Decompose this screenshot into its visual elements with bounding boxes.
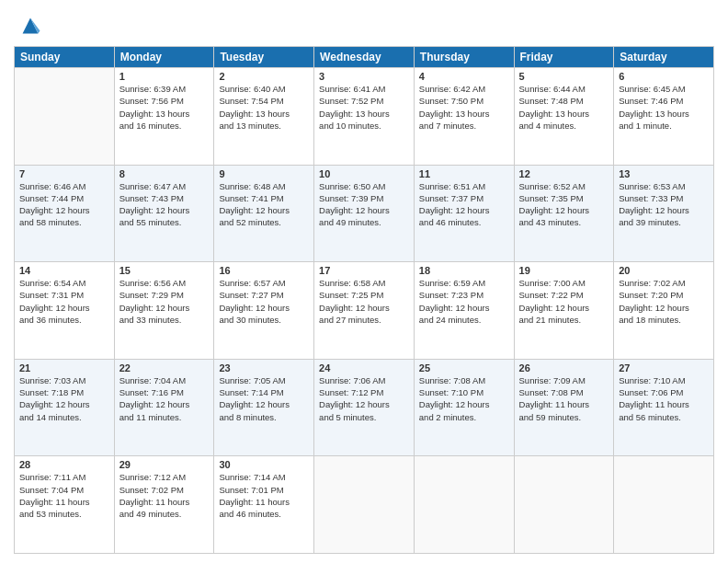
weekday-header-saturday: Saturday (614, 47, 714, 68)
calendar-cell (414, 456, 514, 554)
calendar-cell: 28Sunrise: 7:11 AM Sunset: 7:04 PM Dayli… (15, 456, 115, 554)
week-row-1: 1Sunrise: 6:39 AM Sunset: 7:56 PM Daylig… (15, 68, 714, 166)
day-number: 11 (419, 168, 509, 179)
day-number: 28 (19, 459, 109, 470)
calendar-cell: 23Sunrise: 7:05 AM Sunset: 7:14 PM Dayli… (214, 359, 314, 456)
day-number: 25 (419, 362, 509, 373)
day-info: Sunrise: 6:42 AM Sunset: 7:50 PM Dayligh… (419, 83, 509, 132)
day-number: 19 (519, 265, 609, 276)
day-number: 21 (19, 362, 109, 373)
calendar-cell: 29Sunrise: 7:12 AM Sunset: 7:02 PM Dayli… (114, 456, 214, 554)
calendar-cell (314, 456, 415, 554)
day-info: Sunrise: 7:02 AM Sunset: 7:20 PM Dayligh… (619, 277, 709, 326)
calendar-cell (514, 456, 614, 554)
day-info: Sunrise: 6:44 AM Sunset: 7:48 PM Dayligh… (519, 83, 609, 132)
day-info: Sunrise: 7:10 AM Sunset: 7:06 PM Dayligh… (619, 374, 709, 423)
week-row-2: 7Sunrise: 6:46 AM Sunset: 7:44 PM Daylig… (15, 165, 714, 262)
day-number: 23 (219, 362, 309, 373)
day-info: Sunrise: 7:06 AM Sunset: 7:12 PM Dayligh… (319, 374, 409, 423)
day-number: 8 (119, 168, 210, 179)
day-number: 24 (319, 362, 409, 373)
day-info: Sunrise: 7:12 AM Sunset: 7:02 PM Dayligh… (119, 471, 210, 520)
header (14, 9, 714, 39)
calendar-cell (614, 456, 714, 554)
day-number: 22 (119, 362, 210, 373)
weekday-header-thursday: Thursday (414, 47, 514, 68)
calendar-cell: 25Sunrise: 7:08 AM Sunset: 7:10 PM Dayli… (414, 359, 514, 456)
calendar-cell: 20Sunrise: 7:02 AM Sunset: 7:20 PM Dayli… (614, 262, 714, 360)
weekday-header-tuesday: Tuesday (214, 47, 314, 68)
day-number: 29 (119, 459, 210, 470)
calendar-cell: 12Sunrise: 6:52 AM Sunset: 7:35 PM Dayli… (514, 165, 614, 262)
day-number: 7 (19, 168, 109, 179)
calendar-cell: 16Sunrise: 6:57 AM Sunset: 7:27 PM Dayli… (214, 262, 314, 360)
weekday-header-friday: Friday (514, 47, 614, 68)
calendar-cell: 7Sunrise: 6:46 AM Sunset: 7:44 PM Daylig… (15, 165, 115, 262)
day-number: 26 (519, 362, 609, 373)
day-number: 3 (319, 71, 409, 82)
day-info: Sunrise: 6:48 AM Sunset: 7:41 PM Dayligh… (219, 180, 309, 229)
calendar-cell: 19Sunrise: 7:00 AM Sunset: 7:22 PM Dayli… (514, 262, 614, 360)
calendar-cell: 1Sunrise: 6:39 AM Sunset: 7:56 PM Daylig… (114, 68, 214, 166)
weekday-header-row: SundayMondayTuesdayWednesdayThursdayFrid… (15, 47, 714, 68)
day-info: Sunrise: 7:05 AM Sunset: 7:14 PM Dayligh… (219, 374, 309, 423)
day-number: 2 (219, 71, 309, 82)
calendar-cell: 17Sunrise: 6:58 AM Sunset: 7:25 PM Dayli… (314, 262, 415, 360)
day-number: 12 (519, 168, 609, 179)
day-number: 16 (219, 265, 309, 276)
day-number: 27 (619, 362, 709, 373)
calendar-cell: 11Sunrise: 6:51 AM Sunset: 7:37 PM Dayli… (414, 165, 514, 262)
calendar-cell (15, 68, 115, 166)
calendar-cell: 6Sunrise: 6:45 AM Sunset: 7:46 PM Daylig… (614, 68, 714, 166)
day-number: 17 (319, 265, 409, 276)
day-number: 9 (219, 168, 309, 179)
calendar-cell: 4Sunrise: 6:42 AM Sunset: 7:50 PM Daylig… (414, 68, 514, 166)
calendar-cell: 3Sunrise: 6:41 AM Sunset: 7:52 PM Daylig… (314, 68, 415, 166)
day-number: 18 (419, 265, 509, 276)
calendar-cell: 8Sunrise: 6:47 AM Sunset: 7:43 PM Daylig… (114, 165, 214, 262)
day-number: 30 (219, 459, 309, 470)
day-number: 20 (619, 265, 709, 276)
day-info: Sunrise: 7:08 AM Sunset: 7:10 PM Dayligh… (419, 374, 509, 423)
calendar-cell: 27Sunrise: 7:10 AM Sunset: 7:06 PM Dayli… (614, 359, 714, 456)
day-info: Sunrise: 6:39 AM Sunset: 7:56 PM Dayligh… (119, 83, 210, 132)
week-row-3: 14Sunrise: 6:54 AM Sunset: 7:31 PM Dayli… (15, 262, 714, 360)
calendar-cell: 24Sunrise: 7:06 AM Sunset: 7:12 PM Dayli… (314, 359, 415, 456)
calendar-cell: 26Sunrise: 7:09 AM Sunset: 7:08 PM Dayli… (514, 359, 614, 456)
day-info: Sunrise: 7:00 AM Sunset: 7:22 PM Dayligh… (519, 277, 609, 326)
day-info: Sunrise: 6:51 AM Sunset: 7:37 PM Dayligh… (419, 180, 509, 229)
week-row-5: 28Sunrise: 7:11 AM Sunset: 7:04 PM Dayli… (15, 456, 714, 554)
day-info: Sunrise: 6:52 AM Sunset: 7:35 PM Dayligh… (519, 180, 609, 229)
day-info: Sunrise: 7:11 AM Sunset: 7:04 PM Dayligh… (19, 471, 109, 520)
day-info: Sunrise: 6:47 AM Sunset: 7:43 PM Dayligh… (119, 180, 210, 229)
day-info: Sunrise: 7:09 AM Sunset: 7:08 PM Dayligh… (519, 374, 609, 423)
calendar-cell: 13Sunrise: 6:53 AM Sunset: 7:33 PM Dayli… (614, 165, 714, 262)
weekday-header-wednesday: Wednesday (314, 47, 415, 68)
day-info: Sunrise: 6:59 AM Sunset: 7:23 PM Dayligh… (419, 277, 509, 326)
weekday-header-monday: Monday (114, 47, 214, 68)
day-number: 13 (619, 168, 709, 179)
calendar-cell: 18Sunrise: 6:59 AM Sunset: 7:23 PM Dayli… (414, 262, 514, 360)
calendar-cell: 5Sunrise: 6:44 AM Sunset: 7:48 PM Daylig… (514, 68, 614, 166)
day-number: 6 (619, 71, 709, 82)
day-info: Sunrise: 6:40 AM Sunset: 7:54 PM Dayligh… (219, 83, 309, 132)
day-info: Sunrise: 6:56 AM Sunset: 7:29 PM Dayligh… (119, 277, 210, 326)
calendar-cell: 2Sunrise: 6:40 AM Sunset: 7:54 PM Daylig… (214, 68, 314, 166)
day-number: 10 (319, 168, 409, 179)
day-info: Sunrise: 6:53 AM Sunset: 7:33 PM Dayligh… (619, 180, 709, 229)
calendar-cell: 21Sunrise: 7:03 AM Sunset: 7:18 PM Dayli… (15, 359, 115, 456)
day-info: Sunrise: 7:04 AM Sunset: 7:16 PM Dayligh… (119, 374, 210, 423)
calendar-cell: 14Sunrise: 6:54 AM Sunset: 7:31 PM Dayli… (15, 262, 115, 360)
calendar-cell: 22Sunrise: 7:04 AM Sunset: 7:16 PM Dayli… (114, 359, 214, 456)
day-info: Sunrise: 6:57 AM Sunset: 7:27 PM Dayligh… (219, 277, 309, 326)
day-info: Sunrise: 6:41 AM Sunset: 7:52 PM Dayligh… (319, 83, 409, 132)
day-number: 1 (119, 71, 210, 82)
day-number: 5 (519, 71, 609, 82)
calendar-cell: 9Sunrise: 6:48 AM Sunset: 7:41 PM Daylig… (214, 165, 314, 262)
day-info: Sunrise: 6:50 AM Sunset: 7:39 PM Dayligh… (319, 180, 409, 229)
page: SundayMondayTuesdayWednesdayThursdayFrid… (0, 0, 728, 563)
day-info: Sunrise: 6:45 AM Sunset: 7:46 PM Dayligh… (619, 83, 709, 132)
logo (14, 13, 43, 39)
day-info: Sunrise: 7:03 AM Sunset: 7:18 PM Dayligh… (19, 374, 109, 423)
calendar-cell: 10Sunrise: 6:50 AM Sunset: 7:39 PM Dayli… (314, 165, 415, 262)
